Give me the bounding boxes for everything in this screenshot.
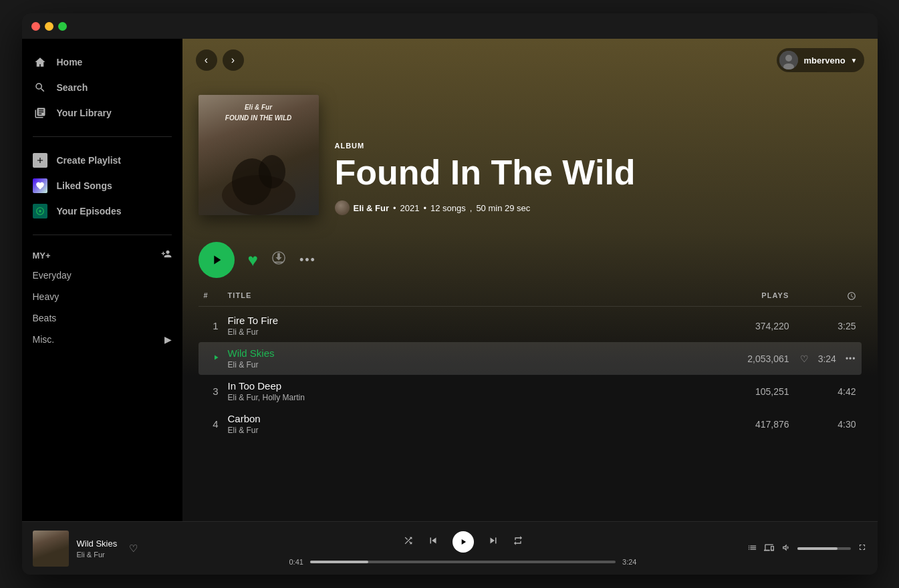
shuffle-button[interactable] bbox=[403, 535, 414, 549]
sidebar-item-your-episodes[interactable]: Your Episodes bbox=[22, 198, 182, 224]
album-info: ALBUM Found In The Wild Eli & Fur • 2021… bbox=[335, 142, 636, 215]
main-content: ‹ › mberveno ▼ Eli & Fur bbox=[182, 39, 878, 521]
album-play-button[interactable] bbox=[199, 242, 235, 278]
album-art: Eli & Fur FOUND IN THE WILD bbox=[199, 95, 319, 215]
playlist-label-misc: Misc. bbox=[33, 334, 55, 345]
queue-button[interactable] bbox=[747, 543, 757, 555]
player-heart-button[interactable]: ♡ bbox=[129, 543, 138, 555]
album-year: 2021 bbox=[400, 203, 420, 213]
track-info-1: Fire To Fire Eli & Fur bbox=[228, 315, 702, 337]
volume-bar[interactable] bbox=[797, 547, 851, 550]
track-plays-1: 374,220 bbox=[702, 321, 803, 331]
playlist-item-heavy[interactable]: Heavy bbox=[22, 286, 182, 307]
user-menu[interactable]: mberveno ▼ bbox=[777, 48, 864, 72]
playlist-section-header: MY+ bbox=[22, 246, 182, 265]
album-song-count: 12 songs bbox=[430, 203, 466, 213]
sidebar-item-create-playlist[interactable]: Create Playlist bbox=[22, 148, 182, 173]
progress-row: 0:41 3:24 bbox=[289, 558, 637, 566]
minimize-button[interactable] bbox=[45, 22, 53, 31]
track-info-4: Carbon Eli & Fur bbox=[228, 413, 702, 435]
playlist-item-everyday[interactable]: Everyday bbox=[22, 265, 182, 286]
artist-avatar-small bbox=[335, 200, 350, 215]
playlist-item-beats[interactable]: Beats bbox=[22, 307, 182, 329]
back-button[interactable]: ‹ bbox=[196, 49, 217, 71]
devices-button[interactable] bbox=[764, 543, 774, 555]
progress-bar[interactable] bbox=[310, 561, 616, 563]
volume-button[interactable] bbox=[781, 543, 791, 555]
sidebar-playlist-section: MY+ Everyday Heavy Beats Misc. ▶ bbox=[22, 241, 182, 355]
sidebar-item-search[interactable]: Search bbox=[22, 75, 182, 100]
track-duration-2-val: 3:24 bbox=[818, 353, 836, 364]
player-track-artist: Eli & Fur bbox=[77, 551, 118, 559]
main-header: ‹ › mberveno ▼ bbox=[182, 39, 878, 82]
player-thumbnail bbox=[33, 531, 69, 567]
album-download-button[interactable] bbox=[271, 251, 286, 269]
traffic-lights bbox=[31, 22, 67, 31]
col-header-title: TITLE bbox=[228, 291, 702, 301]
track-duration-4: 4:30 bbox=[803, 419, 856, 430]
chevron-right-icon: ▶ bbox=[164, 334, 172, 345]
track-info-2: Wild Skies Eli & Fur bbox=[228, 347, 702, 370]
search-icon bbox=[33, 80, 47, 95]
track-name-2: Wild Skies bbox=[228, 347, 702, 359]
track-plays-2: 2,053,061 bbox=[702, 353, 803, 364]
svg-point-0 bbox=[39, 210, 41, 212]
track-row[interactable]: 1 Fire To Fire Eli & Fur 374,220 3:25 bbox=[199, 309, 862, 342]
current-time: 0:41 bbox=[289, 558, 303, 566]
album-title: Found In The Wild bbox=[335, 155, 636, 190]
track-duration-4-val: 4:30 bbox=[838, 419, 856, 430]
volume-fill bbox=[797, 547, 838, 550]
repeat-button[interactable] bbox=[513, 535, 523, 549]
titlebar bbox=[22, 13, 878, 39]
track-artist-3: Eli & Fur, Holly Martin bbox=[228, 393, 702, 402]
sidebar-divider-1 bbox=[33, 136, 172, 137]
track-num-1: 1 bbox=[204, 320, 228, 331]
track-artist-2: Eli & Fur bbox=[228, 360, 702, 370]
next-button[interactable] bbox=[487, 535, 499, 549]
separator-dot: • bbox=[393, 203, 396, 213]
player-controls bbox=[403, 531, 523, 553]
album-like-button[interactable]: ♥ bbox=[248, 250, 258, 271]
liked-songs-label: Liked Songs bbox=[57, 180, 112, 191]
player-play-button[interactable] bbox=[453, 531, 474, 553]
track-num-4: 4 bbox=[204, 418, 228, 430]
sidebar-item-liked-songs[interactable]: Liked Songs bbox=[22, 173, 182, 198]
track-row-3[interactable]: 3 In Too Deep Eli & Fur, Holly Martin 10… bbox=[199, 375, 862, 408]
prev-button[interactable] bbox=[427, 535, 439, 549]
close-button[interactable] bbox=[31, 22, 40, 31]
album-artist[interactable]: Eli & Fur bbox=[354, 203, 389, 213]
track-list-header: # TITLE PLAYS bbox=[199, 289, 862, 307]
col-header-duration bbox=[803, 291, 856, 301]
track-more-icon-2[interactable]: ••• bbox=[846, 354, 856, 363]
clock-icon bbox=[847, 291, 856, 301]
sidebar-item-home[interactable]: Home bbox=[22, 49, 182, 75]
track-duration-1: 3:25 bbox=[803, 321, 856, 331]
track-duration-3: 4:42 bbox=[803, 386, 856, 397]
sidebar-item-library[interactable]: Your Library bbox=[22, 100, 182, 126]
home-icon bbox=[33, 55, 47, 69]
track-row-4[interactable]: 4 Carbon Eli & Fur 417,876 4:30 bbox=[199, 408, 862, 440]
sidebar-nav-section: Home Search Your Library bbox=[22, 44, 182, 131]
track-like-icon-2[interactable]: ♡ bbox=[800, 353, 809, 364]
playlist-label-heavy: Heavy bbox=[33, 291, 59, 302]
playlist-item-misc[interactable]: Misc. ▶ bbox=[22, 329, 182, 350]
avatar bbox=[779, 51, 798, 69]
separator-dot-2: • bbox=[423, 203, 426, 213]
track-num-3: 3 bbox=[204, 386, 228, 397]
track-controls: ♥ ••• bbox=[182, 231, 878, 289]
playlist-label-everyday: Everyday bbox=[33, 270, 72, 281]
player-track-info: Wild Skies Eli & Fur bbox=[77, 539, 118, 559]
forward-button[interactable]: › bbox=[223, 49, 244, 71]
album-more-button[interactable]: ••• bbox=[299, 253, 316, 267]
track-row-active[interactable]: Wild Skies Eli & Fur 2,053,061 ♡ 3:24 ••… bbox=[199, 342, 862, 375]
album-duration: 50 min 29 sec bbox=[476, 203, 530, 213]
add-user-icon[interactable] bbox=[161, 249, 172, 262]
cover-illustration bbox=[205, 128, 312, 215]
progress-fill bbox=[310, 561, 368, 563]
fullscreen-button[interactable] bbox=[58, 22, 67, 31]
playlist-label-beats: Beats bbox=[33, 313, 57, 323]
fullscreen-button-player[interactable] bbox=[858, 543, 867, 554]
home-label: Home bbox=[57, 57, 83, 67]
player-right bbox=[707, 543, 867, 555]
track-duration-2: ♡ 3:24 ••• bbox=[803, 353, 856, 364]
